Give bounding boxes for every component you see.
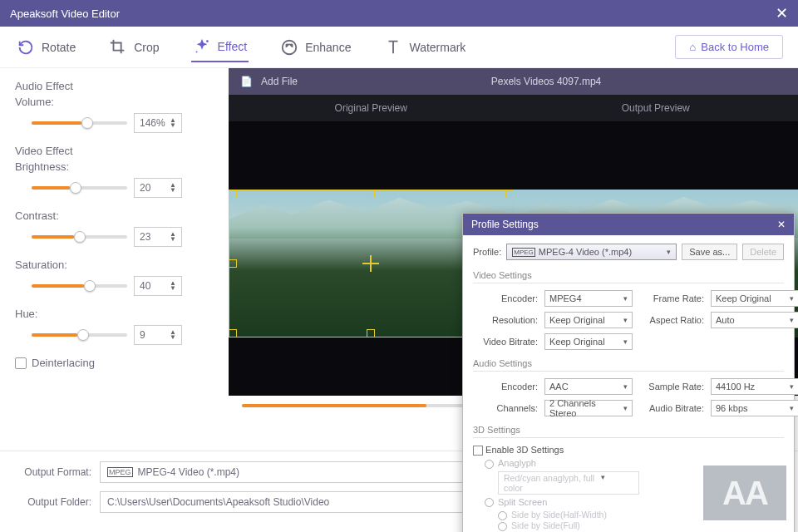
output-folder-field[interactable]: C:\Users\User\Documents\Apeaksoft Studio… [100, 491, 466, 513]
channels-select[interactable]: 2 Channels Stereo▾ [544, 400, 633, 416]
tab-label: Crop [134, 41, 159, 54]
toolbar: Rotate Crop Effect Enhance Watermark ⌂ B… [0, 27, 798, 68]
contrast-slider[interactable] [32, 235, 127, 239]
current-filename: Pexels Videos 4097.mp4 [491, 76, 602, 87]
hue-spinner[interactable]: 9▲▼ [134, 325, 182, 345]
svg-point-4 [291, 44, 293, 46]
video-encoder-select[interactable]: MPEG4▾ [544, 290, 633, 307]
deinterlacing-checkbox[interactable]: Deinterlacing [15, 357, 214, 369]
volume-label: Volume: [15, 96, 214, 108]
output-format-select[interactable]: MPEG MPEG-4 Video (*.mp4) [100, 461, 466, 483]
tab-label: Effect [218, 40, 248, 53]
hue-slider[interactable] [32, 333, 127, 337]
enable-3d-checkbox[interactable]: Enable 3D Settings [473, 445, 784, 456]
saturation-spinner[interactable]: 40▲▼ [134, 276, 182, 296]
aspect-ratio-select[interactable]: Auto▾ [711, 312, 798, 328]
aspect-ratio-label: Aspect Ratio: [639, 315, 704, 325]
saturation-label: Saturation: [15, 259, 214, 271]
audio-bitrate-select[interactable]: 96 kbps▾ [711, 400, 798, 416]
crosshair-icon [362, 255, 379, 272]
titlebar: Apeaksoft Video Editor ✕ [0, 0, 798, 27]
volume-spinner[interactable]: 146%▲▼ [134, 113, 182, 133]
saturation-slider[interactable] [32, 284, 127, 288]
3d-settings-header: 3D Settings [473, 425, 784, 438]
mpeg-icon: MPEG [107, 467, 133, 477]
video-settings-header: Video Settings [473, 270, 784, 283]
effect-icon [193, 37, 211, 56]
brightness-spinner[interactable]: 20▲▼ [134, 178, 182, 198]
side-full-radio: Side by Side(Full) [498, 520, 784, 531]
svg-point-1 [195, 51, 197, 52]
tab-label: Watermark [409, 41, 466, 54]
video-effect-title: Video Effect [15, 145, 214, 157]
sample-rate-select[interactable]: 44100 Hz▾ [711, 378, 798, 395]
tab-watermark[interactable]: Watermark [382, 33, 467, 62]
audio-bitrate-label: Audio Bitrate: [639, 403, 704, 413]
dialog-title: Profile Settings [471, 219, 539, 230]
save-as-button[interactable]: Save as... [682, 244, 737, 260]
tab-label: Rotate [42, 41, 76, 54]
delete-button[interactable]: Delete [742, 244, 784, 260]
audio-encoder-label: Encoder: [473, 382, 538, 392]
dialog-close-icon[interactable]: ✕ [777, 219, 786, 230]
back-to-home-button[interactable]: ⌂ Back to Home [675, 35, 783, 59]
profile-select[interactable]: MPEGMPEG-4 Video (*.mp4) ▾ [506, 244, 677, 260]
output-folder-label: Output Folder: [15, 496, 91, 508]
contrast-label: Contrast: [15, 209, 214, 222]
frame-rate-label: Frame Rate: [639, 293, 704, 303]
tab-effect[interactable]: Effect [191, 32, 249, 62]
video-bitrate-label: Video Bitrate: [473, 337, 538, 347]
output-format-label: Output Format: [15, 466, 91, 478]
svg-point-0 [206, 40, 209, 42]
output-preview-label: Output Preview [514, 95, 799, 121]
channels-label: Channels: [473, 403, 538, 413]
svg-point-3 [286, 44, 288, 46]
sample-rate-label: Sample Rate: [639, 382, 704, 392]
watermark-logo: AA [703, 466, 786, 520]
frame-rate-select[interactable]: Keep Original▾ [711, 290, 798, 307]
enhance-icon [280, 38, 298, 57]
add-file-button[interactable]: Add File [261, 76, 298, 87]
tab-enhance[interactable]: Enhance [278, 33, 352, 62]
back-home-label: Back to Home [701, 41, 769, 53]
deinterlacing-label: Deinterlacing [32, 357, 95, 369]
resolution-select[interactable]: Keep Original▾ [544, 312, 633, 328]
contrast-spinner[interactable]: 23▲▼ [134, 227, 182, 247]
brightness-slider[interactable] [32, 186, 127, 190]
profile-label: Profile: [473, 247, 501, 257]
tab-rotate[interactable]: Rotate [15, 33, 77, 62]
watermark-icon [384, 38, 402, 57]
tab-label: Enhance [305, 41, 351, 54]
video-bitrate-select[interactable]: Keep Original▾ [544, 333, 633, 350]
brightness-label: Brightness: [15, 160, 214, 173]
encoder-label: Encoder: [473, 293, 538, 303]
app-title: Apeaksoft Video Editor [10, 7, 120, 20]
audio-encoder-select[interactable]: AAC▾ [544, 378, 633, 395]
crop-icon [109, 38, 127, 57]
volume-slider[interactable] [32, 121, 127, 125]
rotate-icon [17, 38, 35, 57]
close-icon[interactable]: ✕ [776, 4, 788, 22]
audio-settings-header: Audio Settings [473, 358, 784, 372]
audio-effect-title: Audio Effect [15, 80, 214, 92]
add-file-icon[interactable]: 📄 [240, 76, 253, 87]
original-preview-label: Original Preview [229, 95, 514, 121]
hue-label: Hue: [15, 308, 214, 320]
tab-crop[interactable]: Crop [107, 33, 160, 62]
home-icon: ⌂ [689, 41, 696, 53]
effect-sidebar: Audio Effect Volume: 146%▲▼ Video Effect… [0, 68, 229, 451]
checkbox-icon [15, 357, 27, 369]
svg-point-2 [283, 40, 297, 54]
resolution-label: Resolution: [473, 315, 538, 325]
